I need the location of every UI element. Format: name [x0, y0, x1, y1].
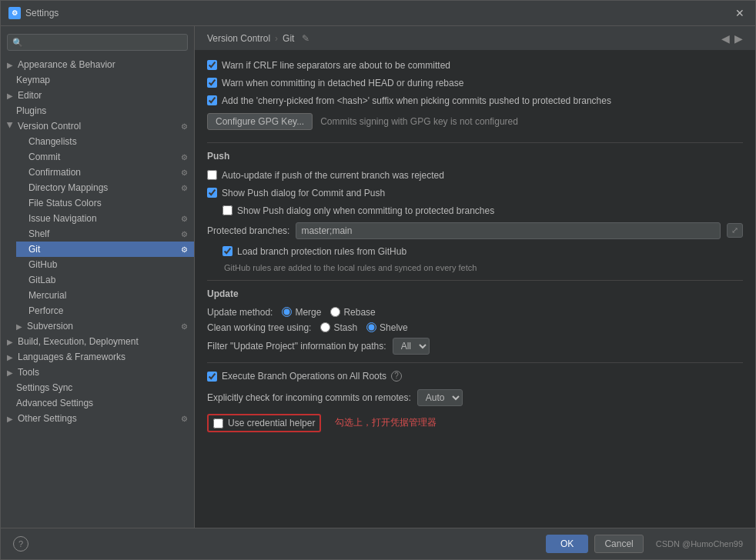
bottom-help-icon[interactable]: ?	[13, 536, 28, 552]
execute-branch-label: Execute Branch Operations on All Roots	[222, 371, 386, 382]
title-bar-left: ⚙ Settings	[8, 7, 59, 19]
chevron-editor-icon: ▶	[7, 92, 15, 99]
sidebar-item-perforce[interactable]: Perforce	[16, 303, 194, 318]
rebase-radio[interactable]	[330, 307, 340, 317]
warn-crlf-label: Warn if CRLF line separators are about t…	[222, 59, 450, 72]
shelf-settings-icon: ⚙	[181, 230, 188, 238]
settings-body: Warn if CRLF line separators are about t…	[195, 50, 755, 528]
rebase-option[interactable]: Rebase	[330, 307, 375, 318]
update-section-header: Update	[207, 288, 743, 301]
issue-settings-icon: ⚙	[181, 215, 188, 223]
execute-help-icon[interactable]: ?	[391, 371, 402, 382]
warn-crlf-checkbox[interactable]	[207, 60, 217, 70]
sidebar-group-other[interactable]: ▶ Other Settings ⚙	[1, 411, 194, 426]
push-section-header: Push	[207, 151, 743, 163]
warn-detached-label: Warn when committing in detached HEAD or…	[222, 77, 463, 90]
sidebar-vcs-label: Version Control	[18, 121, 81, 132]
sidebar-item-github[interactable]: GitHub	[16, 257, 194, 272]
execute-branch-checkbox[interactable]	[207, 372, 217, 382]
credential-helper-checkbox[interactable]	[213, 418, 223, 428]
sidebar-item-directory-mappings[interactable]: Directory Mappings ⚙	[16, 180, 194, 195]
stash-option[interactable]: Stash	[320, 322, 357, 333]
main-content: Version Control › Git ✎ ◀ ▶ Warn if CRLF…	[195, 26, 755, 528]
sidebar-group-vcs[interactable]: ▶ Version Control ⚙	[1, 118, 194, 134]
cancel-button[interactable]: Cancel	[594, 535, 643, 553]
shelve-radio[interactable]	[366, 322, 376, 332]
sidebar-editor-label: Editor	[18, 90, 42, 101]
sidebar-item-appearance: Appearance & Behavior	[18, 59, 115, 70]
auto-update-checkbox[interactable]	[207, 170, 217, 180]
auto-update-label: Auto-update if push of the current branc…	[222, 169, 444, 182]
divider-2	[207, 280, 743, 281]
load-branch-checkbox[interactable]	[222, 246, 232, 256]
bottom-bar: ? OK Cancel CSDN @HumoChen99	[1, 528, 755, 559]
chevron-vcs-icon: ▶	[7, 122, 15, 130]
shelve-label: Shelve	[380, 322, 408, 333]
explicit-check-select[interactable]: Auto	[417, 389, 463, 406]
detached-row: Warn when committing in detached HEAD or…	[207, 77, 743, 90]
stash-label: Stash	[333, 322, 357, 333]
sidebar-item-git[interactable]: Git ⚙	[16, 242, 194, 257]
github-rules-note: GitHub rules are added to the local rule…	[224, 263, 743, 272]
filter-update-row: Filter "Update Project" information by p…	[207, 338, 743, 355]
chevron-other-icon: ▶	[7, 415, 15, 422]
dialog-body: 🔍 ▶ Appearance & Behavior Keymap ▶ Edito…	[1, 26, 755, 528]
shelve-option[interactable]: Shelve	[366, 322, 408, 333]
search-input[interactable]	[26, 37, 182, 48]
sidebar-item-keymap[interactable]: Keymap	[1, 72, 194, 88]
settings-dialog: ⚙ Settings ✕ 🔍 ▶ Appearance & Behavior K…	[0, 0, 756, 560]
sidebar-item-settings-sync[interactable]: Settings Sync	[1, 380, 194, 395]
sidebar-group-build[interactable]: ▶ Build, Execution, Deployment	[1, 334, 194, 349]
sidebar-item-mercurial[interactable]: Mercurial	[16, 288, 194, 303]
clean-working-tree-row: Clean working tree using: Stash Shelve	[207, 322, 743, 333]
git-settings-icon: ⚙	[181, 245, 188, 254]
sidebar-item-plugins[interactable]: Plugins	[1, 103, 194, 118]
cherry-picked-row: Add the 'cherry-picked from <hash>' suff…	[207, 95, 743, 108]
show-push-protected-label: Show Push dialog only when committing to…	[237, 205, 494, 218]
search-icon: 🔍	[12, 38, 23, 48]
show-push-row: Show Push dialog for Commit and Push	[207, 187, 743, 200]
show-push-label: Show Push dialog for Commit and Push	[222, 187, 385, 200]
sidebar-group-languages[interactable]: ▶ Languages & Frameworks	[1, 349, 194, 365]
filter-update-select[interactable]: All	[393, 338, 430, 355]
sidebar-item-shelf[interactable]: Shelf ⚙	[16, 226, 194, 242]
cherry-picked-checkbox[interactable]	[207, 95, 217, 105]
other-settings-icon: ⚙	[181, 415, 188, 423]
subversion-settings-icon: ⚙	[181, 322, 188, 331]
execute-row: Execute Branch Operations on All Roots ?	[207, 371, 743, 382]
sidebar-group-appearance[interactable]: ▶ Appearance & Behavior	[1, 57, 194, 72]
show-push-protected-checkbox[interactable]	[222, 205, 232, 215]
merge-radio[interactable]	[282, 307, 292, 317]
show-push-checkbox[interactable]	[207, 188, 217, 198]
close-button[interactable]: ✕	[732, 5, 748, 21]
divider-1	[207, 142, 743, 143]
app-icon: ⚙	[8, 7, 21, 19]
warn-detached-checkbox[interactable]	[207, 78, 217, 88]
stash-radio[interactable]	[320, 322, 330, 332]
sidebar-item-changelists[interactable]: Changelists	[16, 134, 194, 149]
sidebar-group-editor[interactable]: ▶ Editor	[1, 88, 194, 103]
nav-back-arrow[interactable]: ◀	[721, 32, 730, 45]
search-box[interactable]: 🔍	[7, 34, 188, 51]
update-method-row: Update method: Merge Rebase	[207, 307, 743, 318]
sidebar-group-tools[interactable]: ▶ Tools	[1, 365, 194, 380]
ok-button[interactable]: OK	[546, 535, 588, 553]
sidebar-item-issue-navigation[interactable]: Issue Navigation ⚙	[16, 211, 194, 226]
protected-branches-input[interactable]	[296, 222, 721, 239]
merge-option[interactable]: Merge	[282, 307, 321, 318]
nav-forward-arrow[interactable]: ▶	[734, 32, 743, 45]
vcs-settings-icon: ⚙	[181, 122, 188, 131]
sidebar-item-commit[interactable]: Commit ⚙	[16, 149, 194, 165]
watermark: CSDN @HumoChen99	[656, 539, 743, 548]
expand-button[interactable]: ⤢	[727, 223, 743, 238]
sidebar-item-gitlab[interactable]: GitLab	[16, 272, 194, 288]
sidebar-group-subversion[interactable]: ▶ Subversion ⚙	[1, 318, 194, 334]
sidebar-item-confirmation[interactable]: Confirmation ⚙	[16, 165, 194, 180]
auto-update-row: Auto-update if push of the current branc…	[207, 169, 743, 182]
credential-row: Use credential helper 勾选上，打开凭据管理器	[207, 414, 743, 432]
configure-gpg-button[interactable]: Configure GPG Key...	[207, 113, 313, 130]
sidebar-item-advanced-settings[interactable]: Advanced Settings	[1, 395, 194, 411]
breadcrumb-part1: Version Control	[207, 33, 270, 44]
chevron-subversion-icon: ▶	[16, 322, 24, 330]
sidebar-item-file-status-colors[interactable]: File Status Colors	[16, 195, 194, 211]
